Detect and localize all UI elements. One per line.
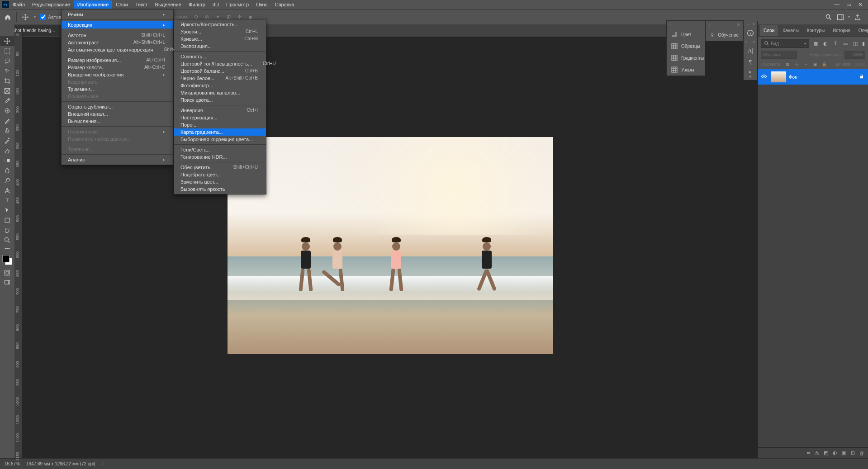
- foreground-color[interactable]: [2, 255, 9, 262]
- menu-item[interactable]: ИнверсияCtrl+I: [174, 107, 266, 114]
- panel-tab-слои[interactable]: Слои: [760, 25, 778, 36]
- mask-icon[interactable]: ◩: [824, 450, 828, 456]
- menu-item[interactable]: Внешний канал...: [62, 110, 173, 118]
- close-strip-icon[interactable]: ✕: [752, 22, 755, 26]
- screen-mode-icon[interactable]: [0, 278, 14, 288]
- layer-filter-select[interactable]: Вид ▾: [761, 39, 809, 48]
- filter-smart-icon[interactable]: ◫: [852, 40, 859, 47]
- lasso-tool[interactable]: [0, 56, 14, 66]
- panel-row-1[interactable]: Образцы: [667, 40, 705, 52]
- healing-tool[interactable]: [0, 106, 14, 116]
- collapse-strip-icon-2[interactable]: »: [745, 40, 747, 44]
- menu-файл[interactable]: Файл: [9, 0, 28, 9]
- filter-shape-icon[interactable]: ▭: [842, 40, 849, 47]
- menu-item[interactable]: АвтотонShift+Ctrl+L: [62, 32, 173, 39]
- frame-tool[interactable]: [0, 86, 14, 96]
- menu-item[interactable]: Цветовой тон/Насыщенность...Ctrl+U: [174, 60, 266, 67]
- brush-tool[interactable]: [0, 116, 14, 126]
- menu-item[interactable]: Размер холста...Alt+Ctrl+C: [62, 64, 173, 71]
- visibility-icon[interactable]: [761, 73, 768, 81]
- menu-item[interactable]: Вычисления...: [62, 118, 173, 125]
- history-brush-tool[interactable]: [0, 136, 14, 146]
- doc-info[interactable]: 1947,69 мм x 1298,22 мм (72 ppi): [26, 461, 95, 466]
- close-panel-icon[interactable]: ✕: [737, 23, 740, 27]
- maximize-button[interactable]: ▭: [843, 0, 854, 9]
- marquee-tool[interactable]: [0, 46, 14, 56]
- menu-item[interactable]: Цветовой баланс...Ctrl+B: [174, 67, 266, 75]
- share-icon[interactable]: [854, 13, 862, 21]
- menu-просмотр[interactable]: Просмотр: [223, 0, 252, 9]
- stamp-tool[interactable]: [0, 126, 14, 136]
- filter-toggle-icon[interactable]: ▮: [862, 40, 865, 47]
- fx-icon[interactable]: fx: [815, 450, 819, 456]
- menu-изображение[interactable]: Изображение: [74, 0, 112, 9]
- menu-item[interactable]: ОбесцветитьShift+Ctrl+U: [174, 164, 266, 171]
- menu-item[interactable]: Сочность...: [174, 53, 266, 60]
- panel-tab-каналы[interactable]: Каналы: [779, 25, 802, 36]
- glyphs-panel-icon[interactable]: aA: [744, 68, 757, 80]
- menu-item[interactable]: Кривые...Ctrl+M: [174, 35, 266, 43]
- lock-pixels-icon[interactable]: ↔: [803, 61, 809, 68]
- color-swatch[interactable]: [2, 255, 12, 265]
- opacity-field[interactable]: 100%: [844, 51, 865, 59]
- menu-item[interactable]: Создать дубликат...: [62, 103, 173, 110]
- menu-item[interactable]: Автоматическая цветовая коррекцияShift+C…: [62, 46, 173, 53]
- menu-item[interactable]: АвтоконтрастAlt+Shift+Ctrl+L: [62, 39, 173, 46]
- hand-tool[interactable]: [0, 225, 14, 235]
- lock-artboard-icon[interactable]: ▣: [812, 61, 818, 68]
- menu-item[interactable]: Выровнять яркость: [174, 185, 266, 193]
- menu-выделение[interactable]: Выделение: [152, 0, 185, 9]
- info-panel-icon[interactable]: [744, 27, 757, 39]
- collapse-icon[interactable]: »: [669, 23, 671, 27]
- menu-item[interactable]: Яркость/Контрастность...: [174, 21, 266, 28]
- blur-tool[interactable]: [0, 166, 14, 175]
- menu-текст[interactable]: Текст: [132, 0, 152, 9]
- menu-item[interactable]: Фотофильтр...: [174, 82, 266, 89]
- trash-icon[interactable]: 🗑: [859, 450, 864, 456]
- eyedropper-tool[interactable]: [0, 96, 14, 106]
- expand-tools-icon[interactable]: »: [0, 26, 14, 36]
- eraser-tool[interactable]: [0, 146, 14, 156]
- lock-position-icon[interactable]: ✢: [794, 61, 800, 68]
- menu-item[interactable]: Подобрать цвет...: [174, 171, 266, 178]
- panel-tab-операции[interactable]: Операции: [855, 25, 868, 36]
- quick-select-tool[interactable]: [0, 66, 14, 76]
- menu-item[interactable]: Тени/Света...: [174, 146, 266, 153]
- paragraph-panel-icon[interactable]: ¶: [744, 57, 757, 68]
- shape-tool[interactable]: [0, 215, 14, 225]
- gradient-tool[interactable]: [0, 156, 14, 166]
- zoom-tool[interactable]: [0, 235, 14, 245]
- doc-info-chevron-icon[interactable]: 〉: [102, 461, 106, 467]
- menu-item[interactable]: Тримминг...: [62, 85, 173, 93]
- learn-row[interactable]: Обучение: [706, 29, 743, 41]
- character-panel-icon[interactable]: A|: [744, 45, 757, 57]
- panel-row-3[interactable]: Узоры: [667, 64, 705, 76]
- menu-item[interactable]: Режим: [62, 11, 173, 18]
- menu-item[interactable]: Вращение изображения: [62, 71, 173, 78]
- menu-3d[interactable]: 3D: [209, 0, 223, 9]
- menu-item[interactable]: Порог...: [174, 121, 266, 128]
- link-layers-icon[interactable]: ⇔: [806, 450, 811, 456]
- menu-item[interactable]: Экспозиция...: [174, 43, 266, 50]
- menu-item[interactable]: Черно-белое...Alt+Shift+Ctrl+B: [174, 75, 266, 82]
- lock-lock-icon[interactable]: 🔒: [822, 61, 827, 68]
- collapse-strip-icon[interactable]: »: [747, 22, 749, 26]
- filter-type-icon[interactable]: T: [832, 40, 839, 47]
- menu-item[interactable]: Карта градиента...: [174, 128, 266, 136]
- new-layer-icon[interactable]: ⊞: [851, 450, 855, 456]
- menu-item[interactable]: Постеризация...: [174, 114, 266, 121]
- menu-редактирование[interactable]: Редактирование: [28, 0, 74, 9]
- menu-item[interactable]: Уровни...Ctrl+L: [174, 28, 266, 35]
- adjustment-icon[interactable]: ◐: [833, 450, 837, 456]
- menu-item[interactable]: Выборочная коррекция цвета...: [174, 136, 266, 143]
- menu-item[interactable]: Поиск цвета...: [174, 96, 266, 104]
- search-icon[interactable]: [825, 13, 833, 21]
- collapse-icon[interactable]: «: [708, 23, 710, 27]
- menu-item[interactable]: Коррекция: [62, 21, 173, 28]
- pen-tool[interactable]: [0, 185, 14, 195]
- type-tool[interactable]: T: [0, 195, 14, 205]
- zoom-level[interactable]: 16,67%: [5, 461, 20, 466]
- layer-name[interactable]: Фон: [789, 75, 856, 80]
- filter-adjust-icon[interactable]: ◐: [822, 40, 829, 47]
- menu-item[interactable]: Заменить цвет...: [174, 178, 266, 185]
